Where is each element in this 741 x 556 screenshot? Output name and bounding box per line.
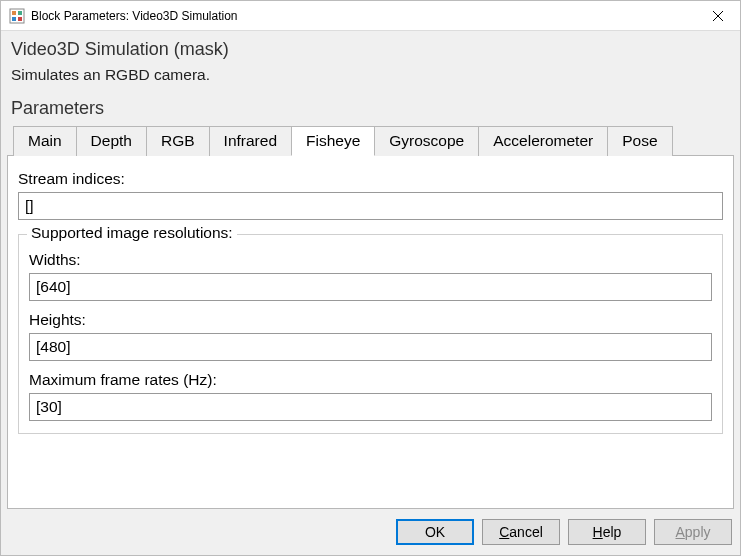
ok-button[interactable]: OK — [396, 519, 474, 545]
tab-fisheye[interactable]: Fisheye — [291, 126, 375, 156]
close-icon — [713, 11, 723, 21]
svg-rect-4 — [18, 17, 22, 21]
svg-rect-2 — [18, 11, 22, 15]
tab-infrared[interactable]: Infrared — [209, 126, 292, 156]
tabstrip: MainDepthRGBInfraredFisheyeGyroscopeAcce… — [7, 125, 734, 155]
tab-gyroscope[interactable]: Gyroscope — [374, 126, 479, 156]
heights-label: Heights: — [29, 311, 712, 329]
cancel-button[interactable]: Cancel — [482, 519, 560, 545]
parameters-section: Parameters MainDepthRGBInfraredFisheyeGy… — [7, 96, 734, 509]
max-frame-rates-label: Maximum frame rates (Hz): — [29, 371, 712, 389]
parameters-label: Parameters — [7, 96, 734, 125]
widths-label: Widths: — [29, 251, 712, 269]
app-icon — [9, 8, 25, 24]
svg-rect-1 — [12, 11, 16, 15]
button-bar: OK Cancel Help Apply — [7, 509, 734, 549]
mask-description: Simulates an RGBD camera. — [11, 66, 730, 84]
resolutions-group: Supported image resolutions: Widths: Hei… — [18, 234, 723, 434]
apply-button[interactable]: Apply — [654, 519, 732, 545]
help-button[interactable]: Help — [568, 519, 646, 545]
dialog-content: Video3D Simulation (mask) Simulates an R… — [1, 31, 740, 555]
stream-indices-label: Stream indices: — [18, 170, 723, 188]
tab-rgb[interactable]: RGB — [146, 126, 210, 156]
tab-panel-fisheye: Stream indices: Supported image resoluti… — [7, 155, 734, 509]
resolutions-group-label: Supported image resolutions: — [27, 224, 237, 242]
tab-depth[interactable]: Depth — [76, 126, 147, 156]
max-frame-rates-input[interactable] — [29, 393, 712, 421]
svg-rect-3 — [12, 17, 16, 21]
tab-main[interactable]: Main — [13, 126, 77, 156]
mask-title: Video3D Simulation (mask) — [11, 39, 730, 60]
tab-accelerometer[interactable]: Accelerometer — [478, 126, 608, 156]
titlebar: Block Parameters: Video3D Simulation — [1, 1, 740, 31]
heights-input[interactable] — [29, 333, 712, 361]
tab-pose[interactable]: Pose — [607, 126, 672, 156]
stream-indices-input[interactable] — [18, 192, 723, 220]
widths-input[interactable] — [29, 273, 712, 301]
close-button[interactable] — [695, 1, 740, 31]
window-title: Block Parameters: Video3D Simulation — [31, 9, 695, 23]
mask-header: Video3D Simulation (mask) Simulates an R… — [7, 35, 734, 92]
